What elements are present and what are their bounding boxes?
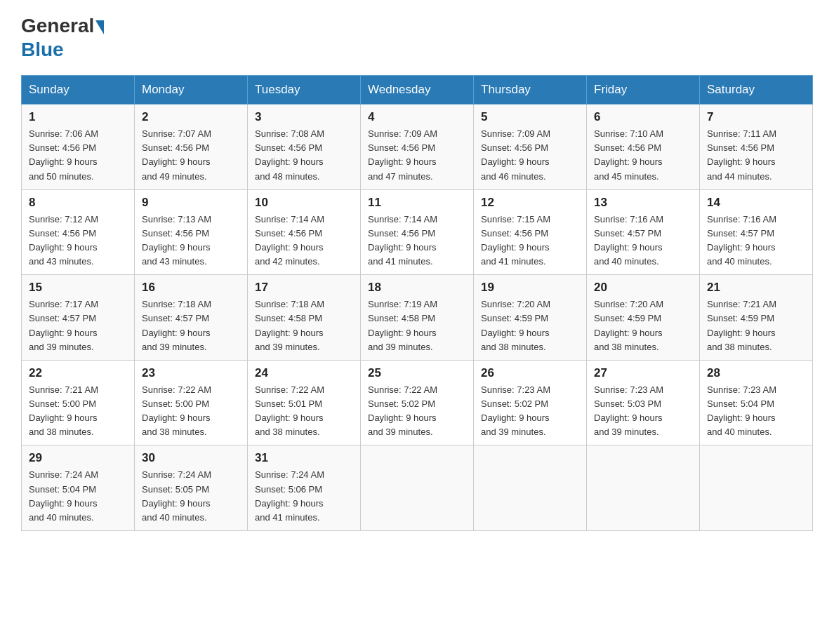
calendar-day-cell: 3Sunrise: 7:08 AMSunset: 4:56 PMDaylight… <box>248 105 361 190</box>
calendar-day-cell: 10Sunrise: 7:14 AMSunset: 4:56 PMDayligh… <box>248 189 361 275</box>
calendar-day-cell: 13Sunrise: 7:16 AMSunset: 4:57 PMDayligh… <box>587 189 700 275</box>
calendar-week-row: 29Sunrise: 7:24 AMSunset: 5:04 PMDayligh… <box>22 445 813 531</box>
day-number: 4 <box>368 110 466 124</box>
day-number: 15 <box>29 281 127 295</box>
calendar-day-cell: 27Sunrise: 7:23 AMSunset: 5:03 PMDayligh… <box>587 360 700 445</box>
calendar-day-cell: 21Sunrise: 7:21 AMSunset: 4:59 PMDayligh… <box>700 275 813 361</box>
calendar-day-cell: 15Sunrise: 7:17 AMSunset: 4:57 PMDayligh… <box>22 275 135 361</box>
logo-line1: General <box>21 14 105 38</box>
calendar-day-cell: 22Sunrise: 7:21 AMSunset: 5:00 PMDayligh… <box>22 360 135 445</box>
day-number: 7 <box>707 110 805 124</box>
day-number: 2 <box>142 110 240 124</box>
calendar-day-cell: 1Sunrise: 7:06 AMSunset: 4:56 PMDaylight… <box>22 105 135 190</box>
calendar-day-cell: 28Sunrise: 7:23 AMSunset: 5:04 PMDayligh… <box>700 360 813 445</box>
day-number: 28 <box>707 366 805 380</box>
calendar-header-row: SundayMondayTuesdayWednesdayThursdayFrid… <box>22 76 813 105</box>
day-info: Sunrise: 7:08 AMSunset: 4:56 PMDaylight:… <box>255 127 353 184</box>
calendar-week-row: 22Sunrise: 7:21 AMSunset: 5:00 PMDayligh… <box>22 360 813 445</box>
calendar-day-cell: 17Sunrise: 7:18 AMSunset: 4:58 PMDayligh… <box>248 275 361 361</box>
day-number: 1 <box>29 110 127 124</box>
day-number: 23 <box>142 366 240 380</box>
calendar-week-row: 8Sunrise: 7:12 AMSunset: 4:56 PMDaylight… <box>22 189 813 275</box>
calendar-week-row: 15Sunrise: 7:17 AMSunset: 4:57 PMDayligh… <box>22 275 813 361</box>
calendar-table: SundayMondayTuesdayWednesdayThursdayFrid… <box>21 75 813 531</box>
calendar-day-cell: 11Sunrise: 7:14 AMSunset: 4:56 PMDayligh… <box>361 189 474 275</box>
logo-area: General Blue <box>21 14 105 61</box>
day-info: Sunrise: 7:17 AMSunset: 4:57 PMDaylight:… <box>29 297 127 354</box>
day-info: Sunrise: 7:10 AMSunset: 4:56 PMDaylight:… <box>594 127 692 184</box>
day-number: 6 <box>594 110 692 124</box>
logo-line2: Blue <box>21 38 105 62</box>
calendar-day-cell: 24Sunrise: 7:22 AMSunset: 5:01 PMDayligh… <box>248 360 361 445</box>
day-info: Sunrise: 7:24 AMSunset: 5:05 PMDaylight:… <box>142 468 240 525</box>
calendar-day-cell: 14Sunrise: 7:16 AMSunset: 4:57 PMDayligh… <box>700 189 813 275</box>
day-number: 18 <box>368 281 466 295</box>
day-info: Sunrise: 7:13 AMSunset: 4:56 PMDaylight:… <box>142 213 240 269</box>
day-info: Sunrise: 7:09 AMSunset: 4:56 PMDaylight:… <box>368 127 466 184</box>
day-info: Sunrise: 7:18 AMSunset: 4:57 PMDaylight:… <box>142 297 240 354</box>
day-info: Sunrise: 7:15 AMSunset: 4:56 PMDaylight:… <box>481 213 579 269</box>
day-number: 3 <box>255 110 353 124</box>
day-number: 21 <box>707 281 805 295</box>
calendar-week-row: 1Sunrise: 7:06 AMSunset: 4:56 PMDaylight… <box>22 105 813 190</box>
calendar-day-cell: 7Sunrise: 7:11 AMSunset: 4:56 PMDaylight… <box>700 105 813 190</box>
day-of-week-header: Tuesday <box>248 76 361 105</box>
calendar-day-cell <box>587 445 700 531</box>
day-number: 19 <box>481 281 579 295</box>
day-number: 16 <box>142 281 240 295</box>
day-number: 9 <box>142 196 240 210</box>
calendar-day-cell: 8Sunrise: 7:12 AMSunset: 4:56 PMDaylight… <box>22 189 135 275</box>
calendar-day-cell: 20Sunrise: 7:20 AMSunset: 4:59 PMDayligh… <box>587 275 700 361</box>
day-number: 5 <box>481 110 579 124</box>
calendar-day-cell: 5Sunrise: 7:09 AMSunset: 4:56 PMDaylight… <box>474 105 587 190</box>
day-info: Sunrise: 7:16 AMSunset: 4:57 PMDaylight:… <box>594 213 692 269</box>
day-info: Sunrise: 7:16 AMSunset: 4:57 PMDaylight:… <box>707 213 805 269</box>
day-number: 31 <box>255 451 353 465</box>
day-info: Sunrise: 7:09 AMSunset: 4:56 PMDaylight:… <box>481 127 579 184</box>
calendar-day-cell: 23Sunrise: 7:22 AMSunset: 5:00 PMDayligh… <box>135 360 248 445</box>
calendar-day-cell: 25Sunrise: 7:22 AMSunset: 5:02 PMDayligh… <box>361 360 474 445</box>
day-number: 13 <box>594 196 692 210</box>
calendar-day-cell: 4Sunrise: 7:09 AMSunset: 4:56 PMDaylight… <box>361 105 474 190</box>
day-number: 8 <box>29 196 127 210</box>
day-number: 22 <box>29 366 127 380</box>
calendar-day-cell: 9Sunrise: 7:13 AMSunset: 4:56 PMDaylight… <box>135 189 248 275</box>
day-info: Sunrise: 7:14 AMSunset: 4:56 PMDaylight:… <box>368 213 466 269</box>
day-of-week-header: Sunday <box>22 76 135 105</box>
day-number: 29 <box>29 451 127 465</box>
day-info: Sunrise: 7:20 AMSunset: 4:59 PMDaylight:… <box>594 297 692 354</box>
calendar-day-cell: 18Sunrise: 7:19 AMSunset: 4:58 PMDayligh… <box>361 275 474 361</box>
day-info: Sunrise: 7:19 AMSunset: 4:58 PMDaylight:… <box>368 297 466 354</box>
day-info: Sunrise: 7:22 AMSunset: 5:00 PMDaylight:… <box>142 383 240 440</box>
day-of-week-header: Friday <box>587 76 700 105</box>
day-of-week-header: Saturday <box>700 76 813 105</box>
day-info: Sunrise: 7:22 AMSunset: 5:02 PMDaylight:… <box>368 383 466 440</box>
calendar-day-cell: 16Sunrise: 7:18 AMSunset: 4:57 PMDayligh… <box>135 275 248 361</box>
logo: General Blue <box>21 14 105 61</box>
day-number: 20 <box>594 281 692 295</box>
day-number: 14 <box>707 196 805 210</box>
day-number: 27 <box>594 366 692 380</box>
day-info: Sunrise: 7:20 AMSunset: 4:59 PMDaylight:… <box>481 297 579 354</box>
calendar-day-cell: 6Sunrise: 7:10 AMSunset: 4:56 PMDaylight… <box>587 105 700 190</box>
day-info: Sunrise: 7:23 AMSunset: 5:03 PMDaylight:… <box>594 383 692 440</box>
day-info: Sunrise: 7:23 AMSunset: 5:02 PMDaylight:… <box>481 383 579 440</box>
day-info: Sunrise: 7:24 AMSunset: 5:06 PMDaylight:… <box>255 468 353 525</box>
calendar-day-cell <box>474 445 587 531</box>
day-of-week-header: Wednesday <box>361 76 474 105</box>
day-info: Sunrise: 7:21 AMSunset: 5:00 PMDaylight:… <box>29 383 127 440</box>
page-header: General Blue <box>21 14 813 61</box>
logo-arrow-icon <box>95 20 104 34</box>
day-number: 24 <box>255 366 353 380</box>
day-info: Sunrise: 7:11 AMSunset: 4:56 PMDaylight:… <box>707 127 805 184</box>
day-info: Sunrise: 7:12 AMSunset: 4:56 PMDaylight:… <box>29 213 127 269</box>
calendar-day-cell: 19Sunrise: 7:20 AMSunset: 4:59 PMDayligh… <box>474 275 587 361</box>
day-info: Sunrise: 7:21 AMSunset: 4:59 PMDaylight:… <box>707 297 805 354</box>
logo-general: General <box>21 15 94 36</box>
day-number: 17 <box>255 281 353 295</box>
day-of-week-header: Thursday <box>474 76 587 105</box>
logo-blue: Blue <box>21 39 64 60</box>
calendar-day-cell: 29Sunrise: 7:24 AMSunset: 5:04 PMDayligh… <box>22 445 135 531</box>
day-number: 26 <box>481 366 579 380</box>
day-info: Sunrise: 7:06 AMSunset: 4:56 PMDaylight:… <box>29 127 127 184</box>
